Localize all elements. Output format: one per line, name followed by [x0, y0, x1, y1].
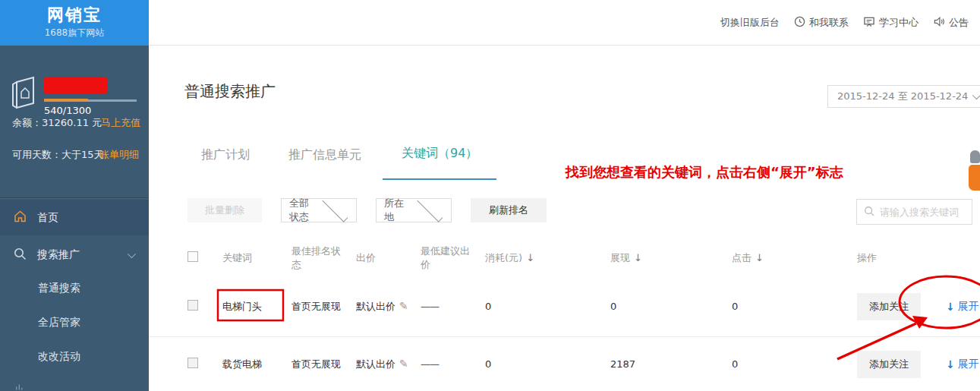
quota-progress-fill: [44, 99, 88, 102]
expand-link[interactable]: ↓展开: [946, 300, 979, 314]
app-logo-subtitle: 1688旗下网站: [0, 27, 149, 39]
select-all-checkbox[interactable]: [187, 251, 198, 262]
chevron-down-icon: [417, 197, 443, 222]
sidebar-item-label: 首页: [37, 211, 58, 225]
cost-cell: 0: [485, 301, 610, 312]
row-checkbox[interactable]: [187, 300, 198, 311]
bid-cell: 默认出价✎: [356, 358, 421, 371]
rank-status-cell: 首页无展现: [291, 358, 356, 371]
col-cost: 消耗(元)↓: [485, 251, 610, 265]
quota-value: 540/1300: [44, 105, 91, 116]
col-min-suggest: 最低建议出价: [421, 244, 485, 272]
mascot-head: [970, 150, 980, 163]
topbar: 切换旧版后台 和我联系 学习中心 公告: [149, 0, 980, 46]
main-content: 切换旧版后台 和我联系 学习中心 公告 普通搜索推广: [149, 0, 980, 391]
available-days-label: 可用天数：大于15天: [12, 148, 104, 162]
recharge-link[interactable]: 马上充值: [101, 116, 140, 130]
sidebar-item-shop-manager[interactable]: 全店管家: [0, 314, 149, 332]
sidebar-item-activity[interactable]: 改改活动: [0, 348, 149, 366]
keyword-search-box: [856, 199, 972, 225]
impressions-cell: 2187: [610, 358, 732, 370]
chevron-down-icon: [322, 197, 348, 222]
search-icon: [864, 205, 874, 219]
suggest-bid-cell: ——: [421, 358, 485, 370]
account-booklet-icon: [11, 74, 38, 115]
add-follow-button[interactable]: 添加关注: [857, 351, 921, 378]
clicks-cell: 0: [732, 358, 851, 370]
bid-cell: 默认出价✎: [356, 300, 421, 314]
sort-desc-icon[interactable]: ↓: [634, 252, 642, 263]
contact-link[interactable]: 和我联系: [794, 16, 849, 30]
contact-icon: [794, 16, 805, 30]
sidebar-item-label: 搜索推广: [37, 248, 80, 262]
batch-delete-button[interactable]: 批量删除: [187, 198, 262, 222]
col-clicks: 点击↓: [732, 251, 851, 265]
redacted-account-name: [44, 77, 107, 93]
date-range-value: 2015-12-24 至 2015-12-24: [837, 90, 968, 103]
toolbar: 批量删除 全部状态 所在地 刷新排名: [187, 198, 547, 222]
chevron-down-icon: [128, 250, 136, 258]
switch-old-version-label: 切换旧版后台: [720, 16, 780, 30]
sidebar: 网销宝 1688旗下网站 540/1300 余额：31260.11 元 马上充值…: [0, 0, 149, 391]
status-filter-select[interactable]: 全部状态: [281, 198, 357, 222]
down-arrow-icon: ↓: [946, 358, 955, 371]
location-filter-select[interactable]: 所在地: [376, 198, 452, 222]
announcement-link[interactable]: 公告: [933, 16, 969, 30]
search-icon: [14, 248, 27, 263]
date-range-picker[interactable]: 2015-12-24 至 2015-12-24: [827, 85, 980, 108]
mascot-widget[interactable]: [969, 150, 980, 199]
learning-center-link[interactable]: 学习中心: [863, 16, 919, 30]
sidebar-item-label: 全店管家: [38, 316, 80, 330]
cost-cell: 0: [485, 358, 610, 370]
add-follow-button[interactable]: 添加关注: [857, 293, 921, 320]
sidebar-item-label: 改改活动: [38, 350, 80, 364]
down-arrow-icon: ↓: [946, 301, 955, 313]
tab-bar: 推广计划 推广信息单元 关键词（94）: [201, 146, 496, 180]
page-title: 普通搜索推广: [184, 81, 276, 102]
keyword-cell: 载货电梯: [222, 358, 291, 371]
mascot-body: [969, 165, 980, 191]
edit-bid-icon[interactable]: ✎: [399, 300, 408, 312]
location-filter-value: 所在地: [384, 197, 414, 224]
sort-desc-icon[interactable]: ↓: [526, 252, 534, 263]
app-logo: 网销宝: [0, 5, 149, 25]
announcement-label: 公告: [949, 16, 969, 30]
sidebar-item-search-promo[interactable]: 搜索推广: [0, 245, 149, 265]
col-actions: 操作: [851, 251, 980, 265]
tab-promo-unit[interactable]: 推广信息单元: [288, 147, 361, 180]
col-impressions: 展现↓: [610, 251, 732, 265]
clicks-cell: 0: [732, 301, 851, 312]
sidebar-item-label: 普通搜索: [38, 282, 80, 295]
table-row: 载货电梯 首页无展现 默认出价✎ —— 0 2187 0 添加关注 ↓展开: [149, 336, 980, 391]
table-body: 电梯门头 首页无展现 默认出价✎ —— 0 0 0 添加关注 ↓展开 载货电梯 …: [149, 276, 980, 391]
refresh-rank-button[interactable]: 刷新排名: [471, 198, 547, 222]
status-filter-value: 全部状态: [289, 197, 319, 224]
switch-old-version-link[interactable]: 切换旧版后台: [720, 16, 780, 30]
sort-desc-icon[interactable]: ↓: [755, 252, 764, 263]
col-keyword: 关键词: [222, 251, 291, 265]
app-window: 网销宝 1688旗下网站 540/1300 余额：31260.11 元 马上充值…: [0, 0, 980, 391]
sidebar-item-partial[interactable]: [0, 383, 149, 391]
tab-keywords[interactable]: 关键词（94）: [383, 146, 496, 180]
bill-detail-link[interactable]: 账单明细: [99, 148, 139, 162]
tab-promo-plan[interactable]: 推广计划: [201, 147, 250, 180]
edit-bid-icon[interactable]: ✎: [399, 358, 408, 370]
search-input[interactable]: [880, 207, 969, 218]
suggest-bid-cell: ——: [421, 301, 485, 312]
sidebar-item-home[interactable]: 首页: [0, 200, 149, 235]
contact-label: 和我联系: [809, 16, 849, 30]
expand-link[interactable]: ↓展开: [946, 358, 979, 371]
sidebar-item-normal-search[interactable]: 普通搜索: [0, 279, 149, 298]
col-bid: 出价: [356, 251, 421, 265]
table-header-row: 关键词 最佳排名状态 出价 最低建议出价 消耗(元)↓ 展现↓ 点击↓ 操作: [187, 240, 980, 276]
learning-center-label: 学习中心: [879, 16, 919, 30]
brand-header: 网销宝 1688旗下网站: [0, 0, 149, 46]
chevron-down-icon: [972, 91, 980, 99]
red-annotation-text: 找到您想查看的关键词，点击右侧“展开”标志: [566, 163, 843, 181]
row-checkbox[interactable]: [187, 358, 198, 368]
learning-board-icon: [863, 16, 875, 30]
col-rank-status: 最佳排名状态: [291, 244, 356, 272]
table-row: 电梯门头 首页无展现 默认出价✎ —— 0 0 0 添加关注 ↓展开: [149, 276, 980, 336]
balance-label: 余额：31260.11 元: [12, 116, 102, 130]
keyword-cell: 电梯门头: [222, 300, 291, 314]
